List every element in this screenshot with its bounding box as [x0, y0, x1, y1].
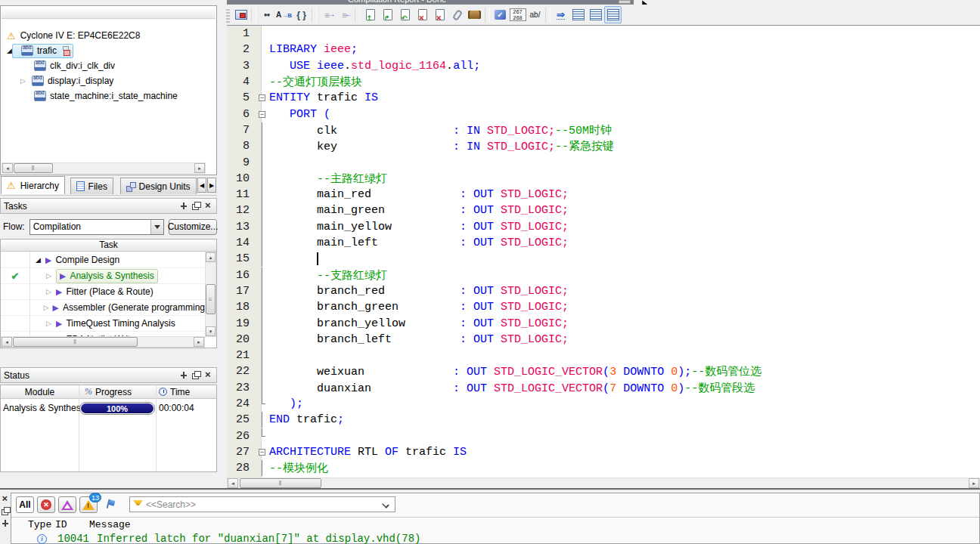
task-row-4[interactable]: ▷▶Assembler (Generate programming	[1, 300, 205, 316]
line-numbers-icon[interactable]: 267268	[509, 6, 526, 23]
collapsed-arrow-icon[interactable]: ▷	[43, 304, 48, 311]
type-column-header[interactable]: Type	[11, 519, 55, 530]
pin-icon[interactable]	[179, 202, 189, 211]
outline-format2-icon[interactable]	[587, 6, 604, 23]
scroll-right-icon[interactable]: ▸	[969, 478, 979, 488]
project-navigator: ⚠ Cyclone IV E: EP4CE6E22C8 ◢traficclk_d…	[0, 5, 217, 175]
navigator-hscrollbar[interactable]: ◂ ⦀ ▸	[2, 162, 206, 174]
insert-file-icon[interactable]: ↱	[379, 6, 396, 23]
tasks-vscrollbar[interactable]: ▴ ≡ ▾	[205, 252, 216, 337]
fold-collapse-icon[interactable]: −	[259, 449, 265, 456]
scroll-right-icon[interactable]: ▸	[194, 163, 205, 173]
goto-line-icon[interactable]: ⇒	[552, 6, 569, 23]
match-brace-icon[interactable]: { }	[293, 6, 310, 23]
tab-files[interactable]: Files	[70, 178, 113, 194]
tree-item-clk_div[interactable]: clk_div:i_clk_div	[1, 58, 216, 73]
device-row[interactable]: ⚠ Cyclone IV E: EP4CE6E22C8	[1, 28, 216, 43]
tasks-hscrollbar[interactable]: ◂ ⦀ ▸	[1, 336, 205, 348]
code-line: 22 weixuan : OUT STD_LOGIC_VECTOR(3 DOWN…	[227, 363, 980, 379]
scroll-left-icon[interactable]: ◂	[2, 337, 12, 347]
task-row-3[interactable]: ▷▶Fitter (Place & Route)	[1, 284, 205, 300]
close-all-files-icon[interactable]: ✕	[431, 6, 448, 23]
filter-errors-button[interactable]: ✕	[37, 496, 55, 513]
scroll-thumb[interactable]: ⦀	[14, 163, 53, 173]
task-row-5[interactable]: ▷▶TimeQuest Timing Analysis	[1, 316, 205, 332]
collapse-arrow-icon[interactable]: ▷	[20, 77, 26, 85]
task-row-2[interactable]: ✔▷▶Analysis & Synthesis	[1, 268, 205, 284]
task-row-1[interactable]: ◢▶Compile Design	[1, 252, 205, 268]
indent-icon[interactable]: ≡→	[318, 6, 336, 23]
scroll-up-icon[interactable]: ▴	[206, 252, 216, 262]
code-line: 25END trafic;	[227, 412, 980, 428]
flow-combobox[interactable]: Compilation	[29, 219, 164, 235]
fold-collapse-icon[interactable]: −	[259, 111, 265, 118]
attach-icon[interactable]	[448, 6, 466, 23]
chevron-down-icon[interactable]	[382, 501, 389, 508]
customize-button[interactable]: Customize...	[169, 219, 217, 235]
expanded-arrow-icon[interactable]: ◢	[36, 256, 41, 264]
collapsed-arrow-icon[interactable]: ▷	[46, 272, 51, 280]
message-column-header[interactable]: Message	[89, 519, 131, 530]
tabs-scroll-left-icon[interactable]: ◀	[197, 178, 206, 193]
close-icon[interactable]	[203, 371, 213, 380]
open-file-icon[interactable]: ↥	[361, 6, 379, 23]
message-row[interactable]: i10041Inferred latch for "duanxian[7]" a…	[11, 532, 979, 544]
toolbar-grip[interactable]	[226, 8, 230, 23]
filter-all-button[interactable]: All	[16, 496, 34, 513]
editor-hscrollbar[interactable]: ◂ ⦀ ▸	[227, 478, 980, 489]
find-icon[interactable]: ●●	[258, 6, 275, 23]
tab-hierarchy[interactable]: ⚠Hierarchy	[1, 176, 65, 194]
collapsed-arrow-icon[interactable]: ▷	[46, 320, 51, 327]
code-text: --模块例化	[269, 461, 328, 475]
insert-template-icon[interactable]	[466, 6, 483, 23]
tree-item-trafic[interactable]: ◢trafic	[1, 43, 216, 58]
close-icon[interactable]	[1, 495, 11, 504]
progress-column-header[interactable]: Progress	[95, 387, 148, 397]
find-replace-icon[interactable]: A→B	[275, 6, 293, 23]
tree-item-state_machine[interactable]: state_machine:i_state_machine	[1, 88, 216, 104]
close-file-icon[interactable]: ✕	[414, 6, 431, 23]
compilation-report-icon[interactable]	[232, 6, 250, 23]
time-column-header[interactable]: Time	[170, 387, 190, 397]
filter-flag-button[interactable]	[102, 496, 120, 513]
float-icon[interactable]	[191, 371, 201, 380]
doc-close-button[interactable]	[619, 0, 631, 4]
tabs-scroll-right-icon[interactable]: ▶	[207, 178, 216, 193]
scroll-down-icon[interactable]: ▾	[206, 326, 216, 336]
module-column-header[interactable]: Module	[1, 387, 79, 397]
collapsed-arrow-icon[interactable]: ▷	[46, 288, 51, 295]
analyze-file-icon[interactable]: ✓	[492, 6, 509, 23]
fold-collapse-icon[interactable]: −	[259, 94, 265, 101]
fold-line	[262, 380, 262, 396]
message-search-box[interactable]: <<Search>>	[129, 496, 395, 512]
tab-design-units[interactable]: Design Units	[120, 178, 197, 194]
id-column-header[interactable]: ID	[55, 519, 89, 530]
task-column-header[interactable]: Task	[1, 240, 216, 252]
revert-file-icon[interactable]: ↶	[396, 6, 414, 23]
status-table: Module % Progress Time Analysis & Synthe…	[0, 385, 217, 472]
close-icon[interactable]	[203, 202, 213, 211]
outline-format3-icon[interactable]	[604, 6, 622, 23]
unindent-icon[interactable]: ≡←	[336, 6, 353, 23]
scroll-thumb[interactable]: ⦀	[240, 478, 321, 488]
float-icon[interactable]	[1, 507, 11, 516]
pin-icon[interactable]	[1, 519, 11, 528]
filter-warnings-button[interactable]: 13	[79, 496, 98, 513]
fold-line	[262, 299, 262, 315]
scroll-left-icon[interactable]: ◂	[228, 478, 238, 488]
scroll-right-icon[interactable]: ▸	[194, 337, 204, 347]
filter-critical-warnings-button[interactable]	[58, 496, 76, 513]
expand-arrow-icon[interactable]: ◢	[7, 47, 12, 54]
outline-format-icon[interactable]	[569, 6, 587, 23]
comment-icon[interactable]: ab/	[526, 6, 544, 23]
fold-line	[262, 138, 262, 154]
code-editor[interactable]: 12LIBRARY ieee;3 USE ieee.std_logic_1164…	[227, 25, 980, 478]
toolbar-separator	[251, 8, 256, 23]
flow-dropdown-icon[interactable]	[150, 220, 163, 234]
float-icon[interactable]	[191, 202, 201, 211]
pin-icon[interactable]	[179, 371, 189, 380]
tree-item-display[interactable]: ▷display:i_display	[1, 73, 216, 88]
scroll-thumb[interactable]: ⦀	[13, 337, 138, 347]
scroll-left-icon[interactable]: ◂	[2, 163, 13, 173]
scroll-thumb[interactable]: ≡	[206, 284, 216, 314]
